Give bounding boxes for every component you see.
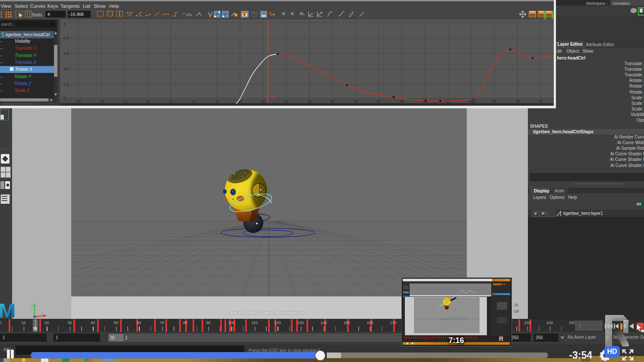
- svg-text:65: 65: [492, 99, 496, 104]
- svg-text:70: 70: [515, 99, 520, 104]
- svg-text:40: 40: [376, 99, 381, 104]
- svg-text:1: 1: [63, 22, 66, 26]
- svg-text:-5: -5: [169, 99, 172, 104]
- svg-text:16: 16: [271, 95, 275, 99]
- svg-text:0.8: 0.8: [63, 36, 69, 40]
- svg-text:-25: -25: [76, 99, 81, 104]
- svg-text:0: 0: [63, 95, 66, 100]
- svg-text:30: 30: [330, 99, 335, 104]
- svg-text:-20: -20: [98, 99, 104, 104]
- svg-text:35: 35: [354, 99, 358, 104]
- svg-text:75: 75: [538, 99, 543, 104]
- svg-text:15: 15: [261, 99, 265, 104]
- svg-text:0: 0: [193, 99, 195, 104]
- svg-text:0.2: 0.2: [63, 82, 69, 87]
- svg-text:M: M: [0, 302, 16, 318]
- svg-text:0.6: 0.6: [63, 51, 69, 56]
- svg-text:45: 45: [400, 99, 404, 104]
- svg-text:25: 25: [307, 99, 312, 104]
- svg-text:0.4: 0.4: [63, 67, 69, 71]
- svg-text:x: x: [41, 312, 43, 315]
- svg-text:y: y: [31, 304, 33, 308]
- svg-text:20: 20: [284, 99, 288, 104]
- svg-text:55: 55: [446, 99, 450, 104]
- svg-text:5: 5: [216, 99, 218, 104]
- svg-text:-10: -10: [145, 99, 150, 104]
- svg-text:-15: -15: [122, 99, 127, 104]
